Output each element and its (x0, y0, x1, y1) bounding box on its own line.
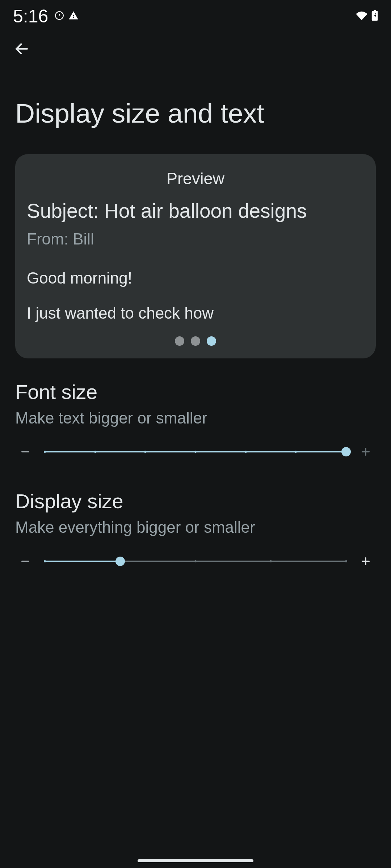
back-button[interactable] (13, 40, 30, 58)
preview-body: I just wanted to check how (27, 296, 364, 331)
display-size-subtitle: Make everything bigger or smaller (15, 516, 376, 538)
arrow-left-icon (14, 41, 30, 57)
display-size-slider[interactable] (45, 554, 346, 569)
app-bar (0, 29, 391, 69)
status-right (356, 10, 378, 22)
display-size-decrease-button[interactable] (17, 553, 34, 570)
pagination-dot-1[interactable] (175, 336, 184, 346)
plus-icon (360, 446, 371, 458)
pagination-dots (175, 336, 216, 346)
preview-card[interactable]: Preview Subject: Hot air balloon designs… (15, 154, 376, 358)
plus-icon (360, 556, 371, 567)
preview-subject: Subject: Hot air balloon designs (27, 199, 364, 223)
font-size-slider-row (15, 443, 376, 460)
pagination-dot-2[interactable] (191, 336, 200, 346)
status-left: 5:16 (13, 6, 79, 27)
display-size-section: Display size Make everything bigger or s… (0, 475, 391, 570)
font-size-title: Font size (15, 380, 376, 404)
preview-title: Preview (27, 169, 364, 188)
font-size-decrease-button[interactable] (17, 443, 34, 460)
minus-icon (20, 446, 31, 458)
status-bar: 5:16 (0, 0, 391, 29)
display-size-slider-row (15, 553, 376, 570)
preview-from: From: Bill (27, 230, 364, 248)
status-time: 5:16 (13, 6, 48, 27)
pagination-dot-3[interactable] (207, 336, 216, 346)
font-size-section: Font size Make text bigger or smaller (0, 366, 391, 460)
preview-greeting: Good morning! (27, 261, 364, 296)
wifi-icon (356, 11, 368, 22)
status-icons-left (55, 10, 79, 22)
warning-icon (68, 10, 79, 22)
page-title: Display size and text (0, 69, 391, 147)
svg-rect-4 (374, 10, 376, 11)
display-size-title: Display size (15, 489, 376, 513)
font-size-slider-thumb[interactable] (341, 447, 351, 456)
font-size-slider[interactable] (45, 444, 346, 459)
navigation-handle[interactable] (138, 859, 253, 862)
font-size-increase-button[interactable] (357, 443, 374, 460)
display-size-slider-thumb[interactable] (115, 557, 125, 566)
display-size-increase-button[interactable] (357, 553, 374, 570)
battery-icon (371, 10, 378, 22)
font-size-subtitle: Make text bigger or smaller (15, 407, 376, 429)
minus-icon (20, 556, 31, 567)
do-not-disturb-icon (55, 11, 64, 22)
